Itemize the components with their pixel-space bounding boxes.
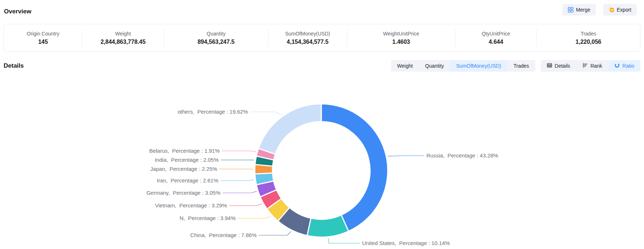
tab-quantity[interactable]: Quantity [419,60,450,72]
chart-label-russia: Russia, Percentage : 43.28% [426,152,498,159]
ratio-donut-chart: Russia, Percentage : 43.28%United States… [0,72,644,249]
tab-rank-view[interactable]: Rank [576,60,609,72]
tab-label: Details [555,63,570,69]
stat-label: Weight [115,31,131,37]
tab-trades[interactable]: Trades [507,60,535,72]
stat-label: Quantity [207,31,226,37]
view-tab-group: Details Rank Ratio [541,60,640,72]
leader-line-vietnam [229,204,262,206]
tab-sum-of-money[interactable]: SumOfMoney(USD) [450,60,507,72]
leader-line-iran [220,180,254,181]
tab-label: Rank [591,63,602,69]
tab-details-view[interactable]: Details [541,60,576,72]
stat-label: Origin Country [27,31,59,37]
stat-value: 2,844,863,778.45 [100,39,146,45]
chart-label-india: India, Percentage : 2.05% [155,157,219,163]
donut-slice-united-states[interactable] [307,215,349,237]
merge-button[interactable]: Merge [562,4,596,16]
export-icon [609,7,614,13]
stat-value: 4,154,364,577.5 [287,39,329,45]
chart-label-china: China, Percentage : 7.86% [190,232,257,238]
tab-ratio-view[interactable]: Ratio [608,60,640,72]
stat-quantity: Quantity 894,563,247.5 [164,29,268,47]
page-title: Overview [4,8,31,15]
chart-label-united-states: United States, Percentage : 10.14% [362,240,450,246]
chart-label-japan: Japan, Percentage : 2.25% [150,166,217,172]
chart-label-belarus: Belarus, Percentage : 1.91% [149,148,220,154]
stat-label: QtyUnitPrice [482,31,510,37]
stat-label: WeightUnitPrice [383,31,419,37]
dashboard: Overview Merge [0,0,644,249]
chart-label-others: others, Percentage : 19.62% [178,109,248,115]
overview-stats-card: Origin Country 145 Weight 2,844,863,778.… [4,24,640,52]
page-header: Overview Merge [0,0,644,21]
tab-weight[interactable]: Weight [391,60,419,72]
export-button-label: Export [617,7,631,13]
chart-label-iran: Iran, Percentage : 2.61% [157,177,218,183]
leader-line-others [250,112,282,115]
leader-line-china [259,231,291,235]
details-title: Details [4,62,24,69]
stat-label: Trades [581,31,596,37]
leader-line-united-states [329,238,360,243]
stat-value: 1.4603 [392,39,410,45]
donut-slice-others[interactable] [258,104,321,154]
chart-label-vietnam: Vietnam, Percentage : 3.29% [155,202,227,208]
merge-button-label: Merge [576,7,591,13]
stat-origin-country: Origin Country 145 [4,29,82,47]
stat-qty-unit-price: QtyUnitPrice 4.644 [455,29,536,47]
leader-line-n [238,216,271,219]
chart-label-germany: Germany, Percentage : 3.05% [146,190,220,196]
leader-line-belarus [222,151,256,152]
tab-label: Ratio [622,63,634,69]
stat-value: 894,563,247.5 [198,39,235,45]
stat-trades: Trades 1,220,056 [536,29,640,47]
header-actions: Merge Export [562,4,637,16]
details-bar: Details Weight Quantity SumOfMoney(USD) … [4,60,640,72]
metric-tab-group: Weight Quantity SumOfMoney(USD) Trades [391,60,535,72]
stat-label: SumOfMoney(USD) [285,31,330,37]
stat-value: 4.644 [489,39,503,45]
rank-icon [583,63,588,69]
stat-value: 145 [38,39,48,45]
donut-icon [614,63,620,69]
stat-weight-unit-price: WeightUnitPrice 1.4603 [347,29,455,47]
stat-sum-of-money: SumOfMoney(USD) 4,154,364,577.5 [268,29,347,47]
leader-line-germany [223,191,257,193]
chart-label-n: N, Percentage : 3.94% [180,215,236,221]
stat-value: 1,220,056 [576,39,601,45]
export-button[interactable]: Export [603,4,637,16]
merge-icon [568,7,574,13]
stat-weight: Weight 2,844,863,778.45 [82,29,164,47]
leader-line-russia [388,156,424,156]
leader-line-japan [219,169,253,169]
donut-slice-russia[interactable] [321,104,388,231]
table-icon [547,63,552,69]
